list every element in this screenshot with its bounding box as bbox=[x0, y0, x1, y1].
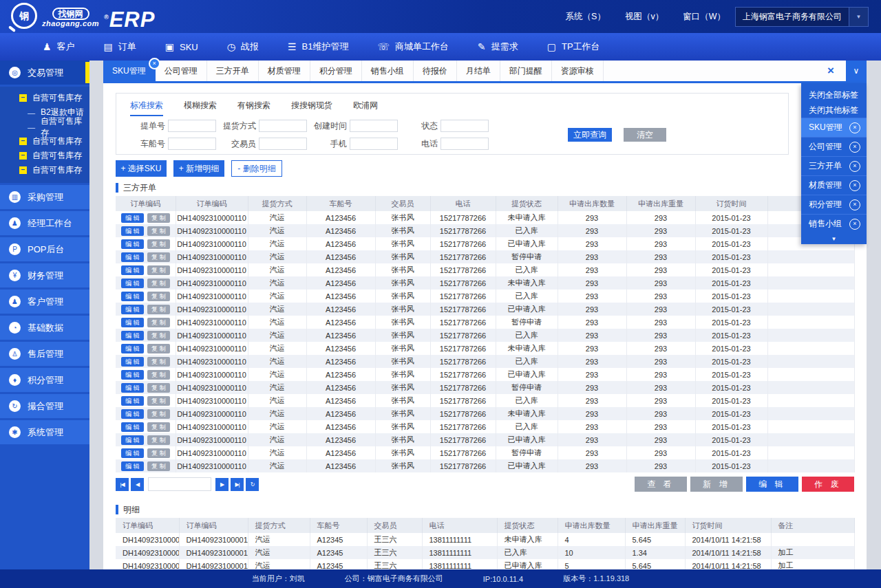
view-button[interactable]: 查 看 bbox=[635, 477, 687, 492]
row-copy-button[interactable]: 复 制 bbox=[147, 279, 170, 288]
close-icon[interactable]: × bbox=[849, 199, 860, 210]
dropdown-tab-points-mgmt[interactable]: 积分管理× bbox=[801, 195, 867, 214]
table-row[interactable]: 编 辑复 制DH14092310000110汽运A123456张书风152177… bbox=[116, 381, 854, 394]
search-tab-sousougang-spot[interactable]: 搜搜钢现货 bbox=[291, 100, 332, 116]
caret-down-icon[interactable]: ▼ bbox=[849, 8, 868, 26]
tab-material-mgmt[interactable]: 材质管理 bbox=[259, 61, 310, 81]
row-copy-button[interactable]: 复 制 bbox=[147, 265, 170, 275]
chevron-down-icon[interactable]: ∨ bbox=[846, 61, 867, 81]
row-edit-button[interactable]: 编 辑 bbox=[121, 318, 144, 327]
page-input[interactable] bbox=[148, 477, 211, 491]
row-edit-button[interactable]: 编 辑 bbox=[121, 396, 144, 406]
tab-resource-audit[interactable]: 资源审核 bbox=[552, 61, 604, 81]
search-tab-fuzzy[interactable]: 模糊搜索 bbox=[184, 100, 217, 116]
top-menu-view[interactable]: 视图（v） bbox=[625, 11, 664, 23]
row-edit-button[interactable]: 编 辑 bbox=[121, 331, 144, 340]
row-edit-button[interactable]: 编 辑 bbox=[121, 213, 144, 223]
row-copy-button[interactable]: 复 制 bbox=[147, 318, 170, 327]
tab-monthly-statement[interactable]: 月结单 bbox=[457, 61, 500, 81]
sidebar-subitem[interactable]: −自营可售库存 bbox=[0, 134, 89, 149]
row-copy-button[interactable]: 复 制 bbox=[147, 292, 170, 301]
row-copy-button[interactable]: 复 制 bbox=[147, 409, 170, 419]
tab-pending-quote[interactable]: 待报价 bbox=[414, 61, 457, 81]
search-input-status[interactable] bbox=[440, 120, 489, 132]
search-tab-oupu[interactable]: 欧浦网 bbox=[353, 100, 378, 116]
dropdown-tab-third-party-order[interactable]: 三方开单× bbox=[801, 156, 867, 175]
sidebar-item-finance[interactable]: ¥财务管理 bbox=[0, 263, 89, 287]
row-edit-button[interactable]: 编 辑 bbox=[121, 252, 144, 262]
row-copy-button[interactable]: 复 制 bbox=[147, 396, 170, 406]
table-row[interactable]: 编 辑复 制DH14092310000110汽运A123456张书风152177… bbox=[116, 368, 854, 381]
row-copy-button[interactable]: 复 制 bbox=[147, 357, 170, 367]
sidebar-item-system-mgmt[interactable]: ✱系统管理 bbox=[0, 420, 89, 444]
row-edit-button[interactable]: 编 辑 bbox=[121, 226, 144, 236]
table-row[interactable]: 编 辑复 制DH14092310000110汽运A123456张书风152177… bbox=[116, 290, 854, 303]
table-row[interactable]: 编 辑复 制DH14092310000110汽运A123456张书风152177… bbox=[116, 211, 854, 224]
row-copy-button[interactable]: 复 制 bbox=[147, 239, 170, 249]
search-input-delivery-mode[interactable] bbox=[259, 120, 307, 132]
void-button[interactable]: 作 废 bbox=[802, 477, 854, 492]
table-row[interactable]: 编 辑复 制DH14092310000110汽运A123456张书风152177… bbox=[116, 407, 854, 420]
table-row[interactable]: 编 辑复 制DH14092310000110汽运A123456张书风152177… bbox=[116, 433, 854, 446]
row-copy-button[interactable]: 复 制 bbox=[147, 422, 170, 432]
row-copy-button[interactable]: 复 制 bbox=[147, 344, 170, 353]
search-tab-yougang[interactable]: 有钢搜索 bbox=[237, 100, 270, 116]
row-copy-button[interactable]: 复 制 bbox=[147, 252, 170, 262]
table-row[interactable]: 编 辑复 制DH14092310000110汽运A123456张书风152177… bbox=[116, 250, 854, 263]
query-button[interactable]: 立即查询 bbox=[568, 128, 612, 142]
row-copy-button[interactable]: 复 制 bbox=[147, 305, 170, 314]
row-edit-button[interactable]: 编 辑 bbox=[121, 265, 144, 275]
table-row[interactable]: 编 辑复 制DH14092310000110汽运A123456张书风152177… bbox=[116, 394, 854, 407]
table-row[interactable]: 编 辑复 制DH14092310000110汽运A123456张书风152177… bbox=[116, 420, 854, 433]
menu-item-b1-maintenance[interactable]: ☰B1维护管理 bbox=[288, 41, 348, 53]
menu-item-tp-workbench[interactable]: ▢TP工作台 bbox=[547, 41, 600, 53]
company-select[interactable]: 上海钢富电子商务有限公司 ▼ bbox=[735, 7, 869, 27]
tab-third-party-order[interactable]: 三方开单 bbox=[207, 61, 259, 81]
row-edit-button[interactable]: 编 辑 bbox=[121, 448, 144, 458]
caret-down-icon[interactable]: ▼ bbox=[801, 233, 867, 242]
sidebar-subitem[interactable]: −自营可售库存 bbox=[0, 149, 89, 163]
search-input-create-time[interactable] bbox=[350, 120, 398, 132]
table-row[interactable]: 编 辑复 制DH14092310000110汽运A123456张书风152177… bbox=[116, 459, 854, 472]
select-sku-button[interactable]: + 选择SKU bbox=[116, 160, 167, 177]
row-copy-button[interactable]: 复 制 bbox=[147, 226, 170, 236]
dropdown-tab-sku-mgmt[interactable]: SKU管理× bbox=[801, 118, 867, 137]
search-tab-standard[interactable]: 标准搜索 bbox=[130, 100, 163, 116]
first-page-icon[interactable]: |◀ bbox=[116, 478, 129, 491]
tab-company-mgmt[interactable]: 公司管理 bbox=[156, 61, 207, 81]
dropdown-tab-company-mgmt[interactable]: 公司管理× bbox=[801, 137, 867, 156]
table-row[interactable]: 编 辑复 制DH14092310000110汽运A123456张书风152177… bbox=[116, 263, 854, 276]
top-menu-system[interactable]: 系统（S） bbox=[566, 11, 606, 23]
search-input-phone[interactable] bbox=[440, 138, 489, 150]
sidebar-item-points[interactable]: ♦积分管理 bbox=[0, 368, 89, 392]
row-copy-button[interactable]: 复 制 bbox=[147, 383, 170, 393]
row-edit-button[interactable]: 编 辑 bbox=[121, 422, 144, 432]
table-row[interactable]: 编 辑复 制DH14092310000110汽运A123456张书风152177… bbox=[116, 446, 854, 459]
menu-item-sku[interactable]: ▣SKU bbox=[165, 42, 198, 52]
table-row[interactable]: 编 辑复 制DH14092310000110汽运A123456张书风152177… bbox=[116, 355, 854, 368]
row-edit-button[interactable]: 编 辑 bbox=[121, 239, 144, 249]
close-icon[interactable]: × bbox=[816, 61, 846, 81]
row-copy-button[interactable]: 复 制 bbox=[147, 213, 170, 223]
sidebar-subitem[interactable]: —自营可售库存 bbox=[0, 120, 89, 134]
menu-item-demand[interactable]: ✎提需求 bbox=[478, 41, 518, 53]
close-icon[interactable]: × bbox=[849, 180, 860, 191]
row-copy-button[interactable]: 复 制 bbox=[147, 448, 170, 458]
tab-sales-group[interactable]: 销售小组 bbox=[362, 61, 414, 81]
sidebar-item-trade[interactable]: ◎交易管理 bbox=[0, 61, 89, 85]
row-edit-button[interactable]: 编 辑 bbox=[121, 383, 144, 393]
edit-button[interactable]: 编 辑 bbox=[746, 477, 798, 492]
row-edit-button[interactable]: 编 辑 bbox=[121, 435, 144, 445]
row-edit-button[interactable]: 编 辑 bbox=[121, 305, 144, 314]
row-edit-button[interactable]: 编 辑 bbox=[121, 292, 144, 301]
search-input-trader[interactable] bbox=[259, 138, 307, 150]
sidebar-item-customer-mgmt[interactable]: ♟客户管理 bbox=[0, 290, 89, 314]
menu-item-mall-order-workbench[interactable]: ☏商城单工作台 bbox=[377, 41, 449, 53]
tab-points-mgmt[interactable]: 积分管理 bbox=[310, 61, 362, 81]
sidebar-item-purchase[interactable]: ▥采购管理 bbox=[0, 185, 89, 209]
table-row[interactable]: DH14092310000110DH14092310000110汽运A12345… bbox=[116, 533, 854, 546]
row-copy-button[interactable]: 复 制 bbox=[147, 370, 170, 380]
row-copy-button[interactable]: 复 制 bbox=[147, 461, 170, 471]
search-input-vehicle-no[interactable] bbox=[168, 138, 216, 150]
tab-dept-reminder[interactable]: 部门提醒 bbox=[500, 61, 552, 81]
